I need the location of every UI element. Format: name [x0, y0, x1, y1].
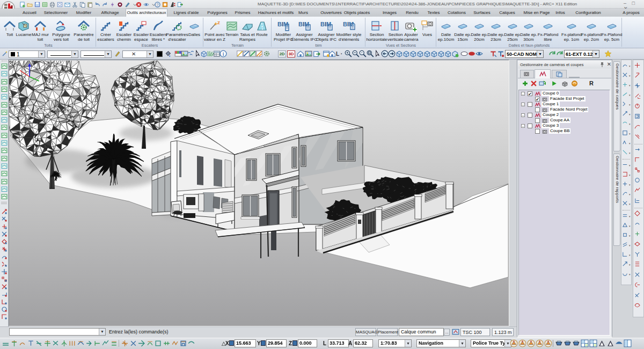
svg-text:Z: Z — [217, 20, 220, 25]
svg-text:?: ? — [156, 2, 158, 7]
svg-text:i: i — [223, 52, 224, 57]
